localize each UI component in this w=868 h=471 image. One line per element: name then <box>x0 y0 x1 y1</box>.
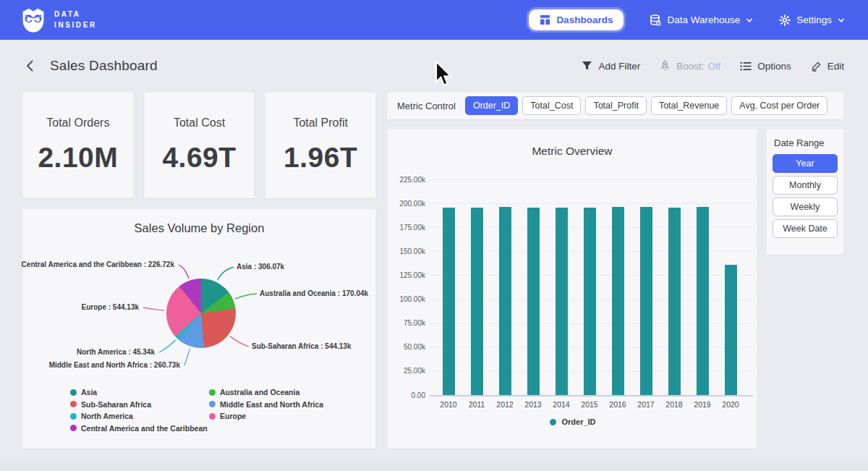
nav-data-warehouse[interactable]: Data Warehouse <box>650 14 753 26</box>
x-tick-label: 2016 <box>603 400 632 409</box>
kpi-total-cost: Total Cost 4.69T <box>144 92 255 198</box>
legend-dot <box>209 389 216 396</box>
x-tick-label: 2014 <box>547 400 576 409</box>
back-button[interactable] <box>22 58 38 74</box>
metric-button-total-cost[interactable]: Total_Cost <box>522 96 581 115</box>
date-range-panel: Date Range YearMonthlyWeeklyWeek Date <box>766 129 844 255</box>
pie-legend-item-central-america-and-the-caribbean[interactable]: Central America and the Caribbean <box>70 424 208 433</box>
pie-legend-item-sub-saharan-africa[interactable]: Sub-Saharan Africa <box>70 400 208 409</box>
metric-button-total-profit[interactable]: Total_Profit <box>585 96 647 115</box>
pie-legend-item-australia-and-oceania[interactable]: Australia and Oceania <box>209 388 323 396</box>
pie-legend-column-1: AsiaSub-Saharan AfricaNorth AmericaCentr… <box>70 388 208 433</box>
y-tick-label: 125.00k <box>388 271 425 279</box>
date-range-button-week-date[interactable]: Week Date <box>773 219 838 238</box>
legend-dot <box>70 425 77 431</box>
metric-control-bar: Metric Control Order_IDTotal_CostTotal_P… <box>387 92 844 119</box>
pie-label-north-america: North America : 45.34k <box>77 348 155 356</box>
list-icon <box>740 61 752 71</box>
metric-control-label: Metric Control <box>397 101 456 111</box>
chevron-down-icon <box>746 17 753 24</box>
add-filter-button[interactable]: Add Filter <box>582 61 640 72</box>
y-tick-label: 75.00k <box>388 319 425 327</box>
bar-2011 <box>471 208 483 396</box>
kpi-value: 1.96T <box>284 142 357 174</box>
date-range-button-weekly[interactable]: Weekly <box>773 198 838 216</box>
kpi-value: 4.69T <box>162 142 236 174</box>
x-tick-label: 2017 <box>631 400 660 409</box>
bar-2010 <box>443 208 455 396</box>
kpi-value: 2.10M <box>38 142 118 174</box>
bar-2020 <box>725 265 737 395</box>
bar-2012 <box>499 207 511 395</box>
y-tick-label: 175.00k <box>388 224 425 232</box>
nav-settings[interactable]: Settings <box>779 14 845 26</box>
metric-button-avg-cost-per-order[interactable]: Avg. Cost per Order <box>731 96 827 115</box>
y-tick-label: 50.00k <box>388 343 425 351</box>
pie-label-sub-saharan-africa: Sub-Saharan Africa : 544.13k <box>252 342 351 350</box>
pie-legend-item-asia[interactable]: Asia <box>70 388 208 396</box>
kpi-total-orders: Total Orders 2.10M <box>22 92 134 198</box>
filter-icon <box>582 61 592 71</box>
x-tick-label: 2015 <box>575 400 604 409</box>
pie-label-middle-east-and-north-africa: Middle East and North Africa : 260.73k <box>49 361 180 369</box>
legend-text: Sub-Saharan Africa <box>81 400 151 409</box>
y-tick-label: 25.00k <box>388 367 425 375</box>
pie-legend-item-middle-east-and-north-africa[interactable]: Middle East and North Africa <box>209 400 323 409</box>
legend-text: Europe <box>220 412 246 420</box>
boost-status: Off <box>707 61 720 72</box>
bar-chart-title: Metric Overview <box>388 145 757 158</box>
pie-label-central-america-and-the-caribbean: Central America and the Caribbean : 226.… <box>22 260 174 268</box>
rocket-icon <box>660 60 671 72</box>
legend-dot <box>70 413 77 420</box>
date-range-button-year[interactable]: Year <box>773 154 838 173</box>
chevron-left-icon <box>25 59 35 72</box>
edit-button[interactable]: Edit <box>811 61 844 72</box>
x-tick-label: 2019 <box>688 400 717 409</box>
date-range-buttons: YearMonthlyWeeklyWeek Date <box>773 154 838 238</box>
dashboards-grid-icon <box>540 14 550 25</box>
boost-toggle[interactable]: Boost: Off <box>660 60 720 72</box>
metric-button-total-revenue[interactable]: Total_Revenue <box>651 96 727 115</box>
bar-chart-card: Metric Overview 0.0025.00k50.00k75.00k10… <box>387 129 757 449</box>
pie-label-asia: Asia : 306.07k <box>237 263 284 271</box>
pie-legend-item-north-america[interactable]: North America <box>70 412 208 420</box>
page-header: Sales Dashboard Add Filter Boost: Off O <box>0 40 868 92</box>
legend-text: Central America and the Caribbean <box>81 424 208 433</box>
x-tick-label: 2011 <box>462 400 491 409</box>
bar-2013 <box>527 208 540 396</box>
metric-button-order-id[interactable]: Order_ID <box>465 96 518 115</box>
gridline <box>430 203 753 204</box>
options-button[interactable]: Options <box>740 61 791 72</box>
x-tick-label: 2018 <box>660 400 689 409</box>
bar-2014 <box>556 208 568 396</box>
legend-text: Australia and Oceania <box>220 388 299 396</box>
pie-legend-item-europe[interactable]: Europe <box>209 412 323 420</box>
date-range-label: Date Range <box>774 137 838 148</box>
legend-dot <box>70 401 77 407</box>
y-tick-label: 200.00k <box>388 200 425 208</box>
chevron-down-icon <box>838 17 845 24</box>
gear-icon <box>779 14 791 26</box>
app-name: DATA INSIDER <box>54 9 97 30</box>
nav-dashboards-button[interactable]: Dashboards <box>529 9 624 30</box>
y-tick-label: 225.00k <box>388 176 425 184</box>
kpi-label: Total Cost <box>174 116 225 130</box>
pie-chart-card: Sales Volume by Region Asia : 306.07kAus… <box>22 208 376 449</box>
x-tick-label: 2013 <box>519 400 548 409</box>
legend-text: Asia <box>81 388 97 396</box>
legend-text: Order_ID <box>561 417 595 426</box>
bar-2018 <box>668 208 681 396</box>
bar-2016 <box>612 207 624 395</box>
legend-text: Middle East and North Africa <box>220 400 323 409</box>
x-tick-label: 2010 <box>434 400 463 409</box>
x-tick-label: 2012 <box>490 400 519 409</box>
kpi-row: Total Orders 2.10M Total Cost 4.69T Tota… <box>22 92 376 198</box>
pie-chart <box>166 279 236 348</box>
navbar: DATA INSIDER Dashboards Data Warehouse <box>0 0 868 40</box>
legend-dot <box>550 419 556 425</box>
bar-2017 <box>640 207 652 395</box>
metric-control-buttons: Order_IDTotal_CostTotal_ProfitTotal_Reve… <box>465 96 827 115</box>
date-range-button-monthly[interactable]: Monthly <box>773 176 838 195</box>
page-title: Sales Dashboard <box>50 58 158 74</box>
app-logo: DATA INSIDER <box>20 7 97 33</box>
